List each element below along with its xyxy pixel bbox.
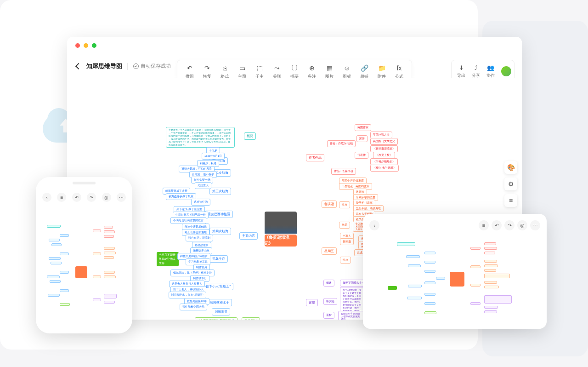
leaf[interactable]: 结局 bbox=[339, 222, 350, 229]
mini-node[interactable] bbox=[484, 264, 498, 267]
mini-node[interactable] bbox=[104, 301, 115, 304]
mini-node[interactable] bbox=[484, 306, 498, 309]
mini-node[interactable] bbox=[104, 275, 116, 278]
leaf[interactable]: 鲁滨逊 bbox=[323, 298, 337, 305]
mini-node[interactable] bbox=[93, 229, 101, 232]
mini-node[interactable] bbox=[51, 262, 62, 264]
mini-node[interactable] bbox=[60, 289, 69, 292]
mini-node[interactable] bbox=[51, 243, 62, 246]
mini-node[interactable] bbox=[470, 265, 481, 268]
close-dot[interactable] bbox=[75, 43, 80, 48]
tablet-btn-0[interactable]: ≡ bbox=[479, 220, 489, 230]
theme-button[interactable]: 🎨 bbox=[504, 161, 517, 174]
leaf[interactable]: 1651年9月1日 bbox=[202, 153, 225, 160]
leaf[interactable]: 逃过这烂沟 bbox=[191, 199, 210, 206]
node-friday[interactable]: 救下小人"星期五" bbox=[203, 283, 233, 290]
leaf[interactable]: 取材自水手·亚历山大·塞尔柯克的真实经历 bbox=[338, 311, 365, 320]
node-author[interactable]: 作者作品 bbox=[306, 154, 324, 161]
node-brazil[interactable]: 经营巴西种植园 bbox=[205, 211, 233, 218]
mini-node[interactable] bbox=[49, 239, 60, 241]
node-voyage4[interactable]: 第四次航海 bbox=[209, 228, 231, 235]
leaf[interactable]: 到赫尔，私逃 bbox=[197, 160, 219, 167]
node-island[interactable]: 荒岛生存 bbox=[209, 255, 228, 263]
mini-node[interactable] bbox=[93, 252, 101, 255]
minimize-dot[interactable] bbox=[84, 43, 88, 48]
mini-node[interactable] bbox=[408, 264, 421, 267]
leaf[interactable]: 《摩尔·弗兰德斯》 bbox=[370, 165, 399, 172]
leaf[interactable]: 帮忙船长夺回大船 bbox=[180, 304, 207, 310]
node-rescue[interactable]: 智救落难水手 bbox=[207, 299, 232, 306]
mini-node[interactable] bbox=[49, 257, 61, 260]
leaf[interactable]: 代表作 bbox=[355, 152, 368, 159]
mini-node[interactable] bbox=[104, 247, 115, 250]
tablet-btn-2[interactable]: ↷ bbox=[504, 220, 514, 230]
phone-btn-3[interactable]: ↷ bbox=[87, 193, 96, 202]
node-leave[interactable]: 到底离男 bbox=[212, 308, 230, 315]
phone-btn-1[interactable]: ≡ bbox=[57, 193, 66, 202]
node-friday-char[interactable]: 星期五 bbox=[322, 247, 337, 255]
leaf[interactable]: 性格 bbox=[340, 257, 351, 264]
action-分享[interactable]: ⤴分享 bbox=[469, 63, 483, 80]
leaf[interactable]: 荣誉 bbox=[356, 135, 368, 142]
central-image[interactable] bbox=[265, 212, 297, 234]
node-chapter[interactable]: 章节概括 bbox=[242, 317, 260, 320]
leaf[interactable]: 《辛格尔顿船长》 bbox=[370, 158, 398, 165]
leaf[interactable]: 素材 bbox=[323, 312, 334, 319]
mini-node[interactable] bbox=[484, 252, 495, 254]
mini-node[interactable] bbox=[60, 234, 69, 237]
settings-button[interactable]: ⚙ bbox=[504, 178, 517, 190]
leaf[interactable]: 不满足现状渴望发财致富 bbox=[170, 217, 206, 224]
leaf[interactable]: 英国作家 bbox=[355, 124, 371, 131]
leaf[interactable]: 概述 bbox=[323, 280, 334, 287]
tablet-btn-4[interactable]: ⋯ bbox=[530, 220, 540, 230]
mini-node[interactable] bbox=[424, 270, 435, 273]
mini-node[interactable] bbox=[47, 275, 60, 278]
mini-node[interactable] bbox=[397, 242, 415, 246]
node-summary-text[interactable]: 主要讲述了主人公鲁滨逊·克鲁索（Robinson Crusoe）出生于一个中产阶… bbox=[166, 127, 235, 148]
leaf[interactable]: 英国报刊文学之父 bbox=[370, 138, 398, 145]
mini-node[interactable] bbox=[48, 294, 60, 297]
back-button[interactable] bbox=[74, 63, 82, 70]
mini-node[interactable] bbox=[484, 274, 510, 278]
tablet-back-button[interactable]: ‹ bbox=[369, 220, 379, 230]
phone-btn-0[interactable]: ‹ bbox=[42, 193, 51, 202]
mini-node[interactable] bbox=[484, 260, 497, 263]
mini-node[interactable] bbox=[484, 247, 497, 250]
mini-node[interactable] bbox=[104, 271, 115, 274]
action-导出[interactable]: ⬇导出 bbox=[454, 63, 468, 80]
node-robinson[interactable]: 鲁滨逊 bbox=[322, 201, 337, 208]
mini-node[interactable] bbox=[470, 247, 481, 250]
mini-node[interactable] bbox=[47, 225, 61, 228]
mini-node[interactable] bbox=[50, 280, 61, 283]
mini-node[interactable] bbox=[60, 303, 70, 306]
mini-node[interactable] bbox=[484, 269, 496, 272]
mini-node[interactable] bbox=[484, 310, 497, 313]
phone-btn-2[interactable]: ↶ bbox=[72, 193, 81, 202]
leaf[interactable]: 性格 bbox=[339, 201, 350, 208]
mini-node[interactable] bbox=[104, 256, 114, 259]
mini-node[interactable] bbox=[60, 271, 69, 274]
node-summary[interactable]: 概要 bbox=[244, 132, 256, 140]
phone-canvas[interactable] bbox=[42, 206, 126, 326]
mini-node[interactable] bbox=[93, 275, 101, 278]
node-main-content[interactable]: 主要内容 bbox=[239, 232, 258, 240]
tablet-central-node[interactable] bbox=[450, 272, 464, 287]
mini-node[interactable] bbox=[470, 284, 481, 287]
leaf[interactable]: 以日期为名，取名"星期五" bbox=[169, 292, 206, 298]
mini-node[interactable] bbox=[484, 286, 499, 288]
mini-node[interactable] bbox=[104, 252, 116, 254]
mini-node[interactable] bbox=[484, 281, 497, 284]
node-chapter-text[interactable]: 《鲁滨逊漂流记》章节详解 🔒 bbox=[195, 317, 237, 320]
outline-button[interactable]: ≡ bbox=[504, 194, 517, 207]
leaf[interactable]: 幻想主人 bbox=[195, 182, 211, 189]
node-background[interactable]: 背景 bbox=[306, 299, 318, 306]
node-voyage3[interactable]: 第三次航海 bbox=[209, 188, 231, 195]
mini-node[interactable] bbox=[424, 293, 435, 296]
mini-node[interactable] bbox=[424, 311, 436, 314]
mini-node[interactable] bbox=[470, 302, 481, 305]
mini-node[interactable] bbox=[388, 286, 397, 290]
leaf[interactable]: 《鲁滨逊漂流记》 bbox=[370, 145, 398, 152]
mini-node[interactable] bbox=[424, 281, 435, 284]
leaf[interactable]: 《杰克上校》 bbox=[373, 152, 395, 159]
mini-node[interactable] bbox=[406, 255, 420, 258]
